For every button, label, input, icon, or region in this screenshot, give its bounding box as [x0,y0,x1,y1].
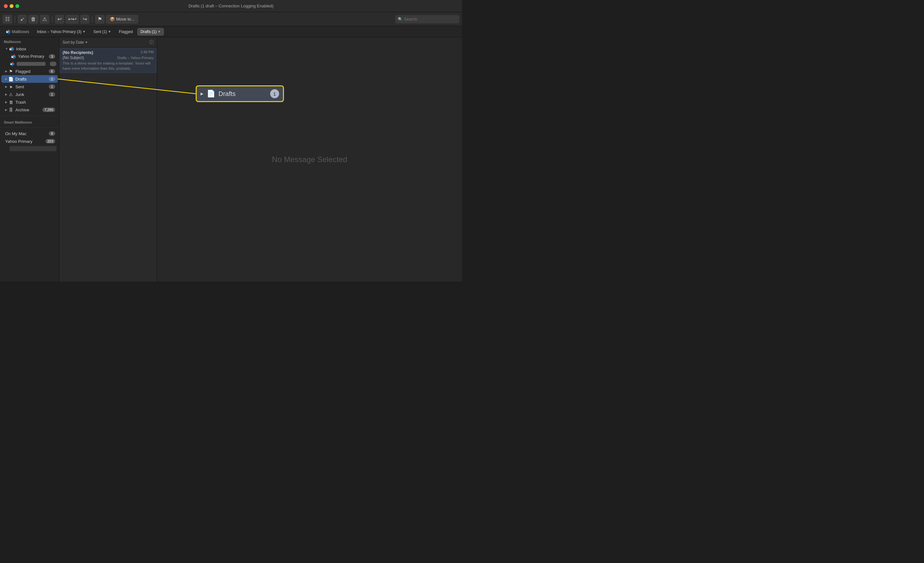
sidebar-section-mailboxes: Mailboxes [0,37,59,45]
reply-icon: ↩ [57,16,62,22]
junk-chevron-icon: ▶ [5,93,8,96]
callout-box: ▶ 📄 Drafts 1 [196,86,284,102]
toolbar: ☷ ↙ 🗑 ⚠ ↩ ↩↩ ↪ ⚑ 📦 Move to... 🔍 [0,12,462,26]
junk-icon: ⚠ [42,16,47,22]
archive-chevron-icon: ▶ [5,108,8,111]
junk-count: 1 [49,92,55,97]
account-icon: 📬 [10,62,15,66]
forward-button[interactable]: ↪ [80,15,90,24]
callout-play-icon: ▶ [201,92,203,96]
archive-icon: ↙ [20,16,24,22]
blurred-count: ... [50,62,57,66]
callout-label: Drafts [219,90,267,98]
titlebar: Drafts (1 draft – Connection Logging Ena… [0,0,462,12]
search-icon: 🔍 [398,17,403,21]
message-preview: This is a demo email for making a templa… [63,61,154,71]
search-bar: 🔍 [395,15,459,23]
inbox-chevron-icon: ▼ [5,47,8,50]
message-list-header: Sort by Date ▼ ⓘ [59,37,157,48]
archive-button[interactable]: ↙ [18,15,27,24]
message-source: Drafts – Yahoo Primary [117,56,154,60]
sent-count: 1 [49,84,55,89]
reply-button[interactable]: ↩ [55,15,64,24]
tab-inbox[interactable]: Inbox – Yahoo Primary (3) ▼ [34,28,89,36]
move-to-label: Move to... [116,17,134,21]
sidebar-icon: ☷ [5,16,10,22]
sidebar-item-archive[interactable]: ▶ 🗄 Archive 7,295 [1,106,58,114]
junk-button[interactable]: ⚠ [40,15,50,24]
drafts-icon: 📄 [8,77,14,81]
close-button[interactable] [4,4,8,8]
trash-sidebar-icon: 🗑 [8,100,14,105]
message-sender: (No Recipients) [63,50,93,55]
sidebar-item-yahoo-primary[interactable]: 📬 Yahoo Primary 3 [1,53,58,60]
detail-pane: No Message Selected ▶ 📄 Drafts 1 [157,37,462,281]
junk-icon: ⚠ [8,92,14,97]
callout-folder-icon: 📄 [207,90,215,98]
sidebar-item-flagged[interactable]: ▶ ⚑ Flagged 6 [1,68,58,75]
sidebar-toggle-button[interactable]: ☷ [3,15,12,24]
sidebar-item-yahoo-section[interactable]: Yahoo Primary 203 [1,137,58,145]
search-input[interactable] [404,17,457,21]
sidebar-item-drafts[interactable]: ▶ 📄 Drafts 1 [1,75,58,83]
drafts-tab-arrow: ▼ [158,30,161,33]
yahoo-primary-icon: 📬 [11,54,16,59]
archive-sidebar-icon: 🗄 [8,108,14,113]
flagged-chevron-icon: ▶ [5,70,8,73]
message-list: Sort by Date ▼ ⓘ (No Recipients) 2:48 PM… [59,37,157,281]
inbox-icon: 📬 [9,47,14,51]
callout-badge: 1 [270,89,279,98]
move-icon: 📦 [110,17,115,21]
tab-drafts[interactable]: Drafts (1) ▼ [137,28,164,36]
message-subject: (No Subject) [63,56,84,60]
minimize-button[interactable] [10,4,14,8]
trash-icon: 🗑 [31,17,36,22]
traffic-lights [4,4,19,8]
tab-sent[interactable]: Sent (1) ▼ [90,28,114,36]
message-list-info-button[interactable]: ⓘ [149,39,154,45]
reply-all-button[interactable]: ↩↩ [66,15,79,24]
sort-label[interactable]: Sort by Date [63,40,84,45]
flag-button[interactable]: ⚑ [95,15,105,24]
mailboxes-icon: 📬 [6,30,10,34]
sidebar-item-junk[interactable]: ▶ ⚠ Junk 1 [1,90,58,98]
message-row-subject: (No Subject) Drafts – Yahoo Primary [63,56,154,61]
sidebar-item-inbox[interactable]: ▼ 📬 Inbox [1,45,58,53]
tab-mailboxes[interactable]: 📬 Mailboxes [3,28,32,36]
move-to-button[interactable]: 📦 Move to... [106,15,138,24]
reply-all-icon: ↩↩ [68,16,76,22]
blurred-account-label [16,62,45,66]
maximize-button[interactable] [15,4,19,8]
forward-icon: ↪ [83,16,87,22]
sort-arrow-icon: ▼ [85,41,88,44]
message-item[interactable]: (No Recipients) 2:48 PM (No Subject) Dra… [59,48,157,74]
drafts-count: 1 [49,77,55,81]
delete-button[interactable]: 🗑 [28,15,39,24]
sent-tab-arrow: ▼ [108,30,111,33]
message-row-header: (No Recipients) 2:48 PM [63,50,154,55]
sidebar-item-sent[interactable]: ▶ ➤ Sent 1 [1,83,58,90]
drafts-chevron-icon: ▶ [5,77,8,81]
trash-chevron-icon: ▶ [5,101,8,104]
yahoo-primary-count: 3 [49,54,55,59]
toolbar-separator-1 [15,16,15,23]
tab-flagged[interactable]: Flagged [116,28,136,36]
sent-chevron-icon: ▶ [5,85,8,88]
window-title: Drafts (1 draft – Connection Logging Ena… [188,3,273,8]
sidebar-item-trash[interactable]: ▶ 🗑 Trash [1,98,58,106]
inbox-tab-arrow: ▼ [82,30,86,33]
sidebar-item-on-my-mac[interactable]: On My Mac 9 [1,130,58,137]
tabbar: 📬 Mailboxes Inbox – Yahoo Primary (3) ▼ … [0,26,462,37]
sidebar-divider-2 [0,128,59,128]
sidebar-item-blurred-account[interactable]: 📬 ... [0,60,59,68]
flagged-icon: ⚑ [8,69,14,74]
no-message-label: No Message Selected [272,155,348,164]
main-layout: Mailboxes ▼ 📬 Inbox 📬 Yahoo Primary 3 📬 … [0,37,462,281]
sidebar-section-smart: Smart Mailboxes [0,118,59,126]
archive-count: 7,295 [42,108,55,112]
flag-icon: ⚑ [98,16,102,22]
on-my-mac-count: 9 [49,131,55,136]
sidebar-blurred-item [10,146,57,151]
sidebar: Mailboxes ▼ 📬 Inbox 📬 Yahoo Primary 3 📬 … [0,37,59,281]
flagged-count: 6 [49,69,55,74]
